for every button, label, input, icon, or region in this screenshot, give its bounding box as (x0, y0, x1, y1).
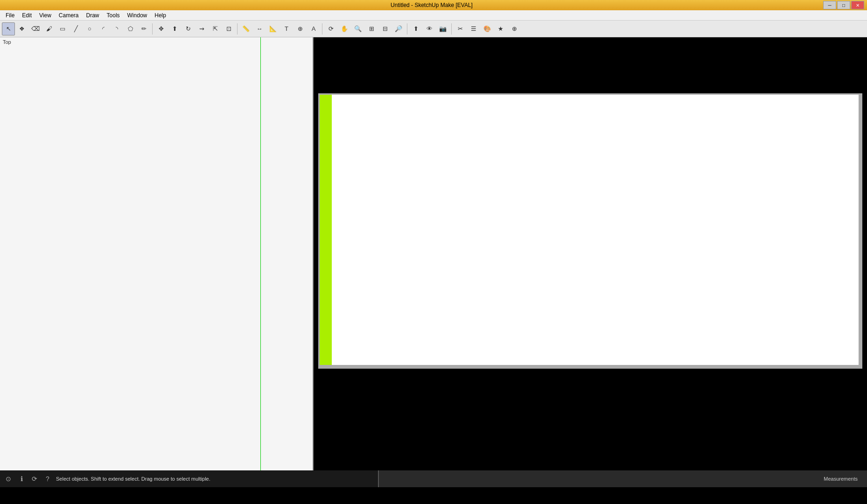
tool-offset[interactable]: ⊡ (222, 22, 235, 35)
toolbar-separator (152, 23, 153, 35)
window-title: Untitled - SketchUp Make [EVAL] (40, 2, 823, 8)
title-bar: Untitled - SketchUp Make [EVAL] ─ □ ✕ (0, 0, 867, 10)
tool-walk[interactable]: ⬆ (409, 22, 422, 35)
status-right: Measurements (379, 470, 867, 487)
tool-rotate[interactable]: ↻ (182, 22, 195, 35)
menu-item-tools[interactable]: Tools (103, 11, 124, 20)
tool-move[interactable]: ✥ (154, 22, 168, 35)
tool-pan[interactable]: ✋ (338, 22, 351, 35)
toolbar: ↖❖⌫🖌▭╱○◜◝⬠✏✥⬆↻⇝⇱⊡📏↔📐T⊕A⟳✋🔍⊞⊟🔎⬆👁📷✂☰🎨★⊕ (0, 21, 867, 37)
status-icon-2: ⟳ (30, 474, 39, 483)
tool-paint[interactable]: 🖌 (42, 22, 56, 35)
toolbar-separator (237, 23, 238, 35)
tool-select[interactable]: ↖ (2, 22, 15, 35)
close-button[interactable]: ✕ (851, 1, 864, 9)
view-label: Top (3, 39, 11, 45)
menu-item-view[interactable]: View (35, 11, 55, 20)
tool-follow-me[interactable]: ⇝ (195, 22, 208, 35)
toolbar-separator (407, 23, 407, 35)
tool-line[interactable]: ╱ (70, 22, 83, 35)
tool-zoom[interactable]: 🔍 (351, 22, 364, 35)
main-area: Top ⊙ ℹ ⟳ ? Select objects. Shift to ext… (0, 37, 867, 487)
menu-item-help[interactable]: Help (151, 11, 170, 20)
tool-display-sections[interactable]: ☰ (467, 22, 480, 35)
tool-push-pull[interactable]: ⬆ (168, 22, 181, 35)
tool-section-plane[interactable]: ✂ (454, 22, 467, 35)
tool-tape[interactable]: 📏 (239, 22, 252, 35)
status-icon-0: ⊙ (4, 474, 13, 483)
green-selection-bar (320, 95, 332, 365)
tool-arc2[interactable]: ◝ (110, 22, 123, 35)
tool-dim[interactable]: ↔ (253, 22, 266, 35)
left-viewport[interactable]: Top (0, 37, 314, 487)
tool-zoom-window[interactable]: ⊞ (365, 22, 378, 35)
menu-item-camera[interactable]: Camera (55, 11, 83, 20)
tool-scale[interactable]: ⇱ (209, 22, 222, 35)
right-area (314, 37, 867, 487)
status-bar: ⊙ ℹ ⟳ ? Select objects. Shift to extend … (0, 470, 867, 487)
tool-text[interactable]: T (280, 22, 293, 35)
status-left: ⊙ ℹ ⟳ ? Select objects. Shift to extend … (0, 470, 378, 487)
menu-item-edit[interactable]: Edit (18, 11, 35, 20)
tool-zoom-extents[interactable]: ⊟ (378, 22, 392, 35)
window-controls: ─ □ ✕ (823, 1, 864, 9)
status-icon-3: ? (43, 474, 52, 483)
3d-viewport[interactable] (318, 93, 862, 369)
tool-rectangle[interactable]: ▭ (56, 22, 69, 35)
toolbar-separator (322, 23, 322, 35)
tool-eraser[interactable]: ⌫ (29, 22, 42, 35)
green-axis-line (260, 37, 261, 487)
tool-zoom-prev[interactable]: 🔎 (392, 22, 405, 35)
menu-bar: FileEditViewCameraDrawToolsWindowHelp (0, 10, 867, 21)
tool-paint-styles[interactable]: 🎨 (481, 22, 494, 35)
tool-look-around[interactable]: 👁 (423, 22, 436, 35)
tool-axes2[interactable]: ⊕ (508, 22, 521, 35)
tool-position-cam[interactable]: 📷 (436, 22, 449, 35)
menu-item-file[interactable]: File (2, 11, 18, 20)
maximize-button[interactable]: □ (837, 1, 850, 9)
tool-3dtext[interactable]: A (307, 22, 320, 35)
tool-arc1[interactable]: ◜ (97, 22, 110, 35)
toolbar-separator (451, 23, 452, 35)
tool-axes[interactable]: ⊕ (294, 22, 307, 35)
tool-orbit[interactable]: ⟳ (324, 22, 337, 35)
status-text: Select objects. Shift to extend select. … (56, 476, 210, 482)
minimize-button[interactable]: ─ (823, 1, 836, 9)
tool-component[interactable]: ❖ (15, 22, 28, 35)
top-right-dark (314, 37, 867, 93)
tool-freehand[interactable]: ✏ (137, 22, 150, 35)
tool-styles[interactable]: ★ (494, 22, 507, 35)
tool-circle[interactable]: ○ (83, 22, 96, 35)
measurements-label: Measurements (824, 476, 858, 482)
tool-polygon[interactable]: ⬠ (124, 22, 137, 35)
status-icon-1: ℹ (17, 474, 26, 483)
menu-item-window[interactable]: Window (124, 11, 151, 20)
tool-protractor[interactable]: 📐 (266, 22, 280, 35)
menu-item-draw[interactable]: Draw (83, 11, 103, 20)
